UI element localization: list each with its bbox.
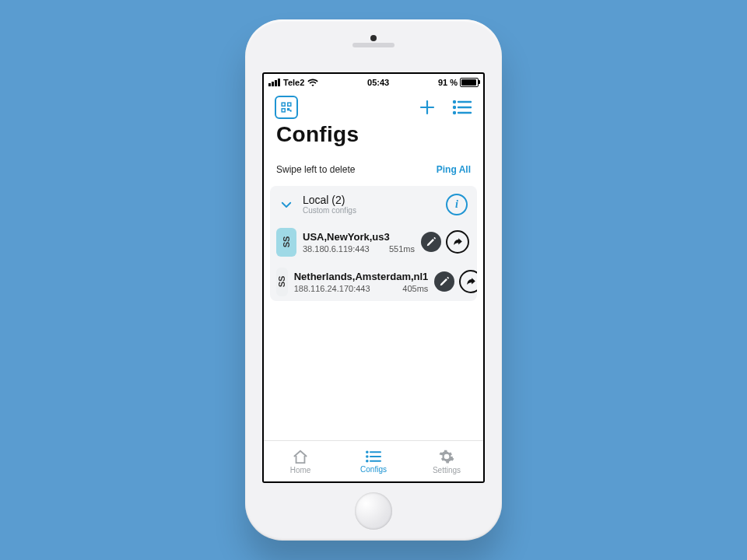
- pencil-icon: [439, 276, 450, 287]
- config-address: 188.116.24.170:443: [294, 284, 370, 293]
- group-subtitle: Custom configs: [303, 206, 356, 215]
- carrier-label: Tele2: [283, 78, 304, 87]
- tab-label: Settings: [433, 466, 461, 474]
- proto-badge: SS: [276, 228, 296, 257]
- page-title: Configs: [264, 121, 483, 155]
- add-button[interactable]: [418, 98, 437, 117]
- tab-home[interactable]: Home: [264, 441, 337, 481]
- edit-button[interactable]: [421, 232, 441, 252]
- group-name: Local (2): [303, 194, 356, 206]
- phone-speaker: [352, 43, 395, 47]
- clock: 05:43: [367, 78, 389, 87]
- battery-icon: [460, 78, 479, 87]
- config-ping: 551ms: [389, 244, 415, 254]
- home-icon: [292, 449, 309, 464]
- list-icon: [365, 450, 382, 464]
- config-body: USA,NewYork,us3 38.180.6.119:443 551ms: [301, 228, 416, 257]
- battery-percent: 91 %: [438, 78, 458, 87]
- phone-home-button[interactable]: [355, 492, 392, 530]
- row-actions: [421, 228, 471, 257]
- share-icon: [452, 236, 463, 247]
- proto-badge: SS: [276, 268, 288, 296]
- svg-point-3: [454, 101, 455, 103]
- chevron-down-icon: [279, 198, 293, 212]
- tab-label: Configs: [360, 465, 387, 474]
- swipe-hint: Swipe left to delete: [276, 164, 355, 175]
- phone-frame: Tele2 05:43 91 % Conf: [245, 19, 502, 541]
- tab-bar: Home Configs Settings: [264, 440, 483, 481]
- edit-button[interactable]: [434, 271, 454, 292]
- status-left: Tele2: [268, 78, 318, 87]
- svg-rect-2: [282, 109, 285, 112]
- scan-qr-button[interactable]: [275, 96, 298, 119]
- config-body: Netherlands,Amsterdam,nl1 188.116.24.170…: [293, 268, 430, 296]
- svg-rect-0: [282, 103, 285, 106]
- share-button[interactable]: [459, 270, 477, 293]
- svg-point-9: [366, 451, 368, 453]
- gear-icon: [439, 449, 454, 464]
- svg-point-13: [366, 460, 368, 461]
- row-actions: [434, 268, 477, 296]
- group-info-button[interactable]: i: [446, 194, 468, 215]
- tab-label: Home: [290, 466, 311, 474]
- config-ping: 405ms: [402, 284, 428, 293]
- phone-camera: [370, 35, 377, 41]
- wifi-icon: [307, 79, 318, 86]
- config-row[interactable]: SS Netherlands,Amsterdam,nl1 188.116.24.…: [270, 263, 477, 301]
- list-button[interactable]: [452, 99, 472, 116]
- config-address: 38.180.6.119:443: [303, 244, 370, 254]
- stage: Tele2 05:43 91 % Conf: [0, 0, 747, 560]
- svg-rect-1: [288, 103, 291, 106]
- ping-all-button[interactable]: Ping All: [437, 164, 471, 175]
- hint-row: Swipe left to delete Ping All: [264, 155, 483, 186]
- svg-point-11: [366, 456, 368, 457]
- config-name: USA,NewYork,us3: [303, 231, 415, 243]
- group-header[interactable]: Local (2) Custom configs i: [270, 186, 477, 223]
- config-group: Local (2) Custom configs i SS USA,NewYor…: [270, 186, 477, 301]
- status-right: 91 %: [438, 78, 479, 87]
- tab-configs[interactable]: Configs: [337, 441, 410, 481]
- nav-row: [264, 89, 483, 121]
- config-row[interactable]: SS USA,NewYork,us3 38.180.6.119:443 551m…: [270, 223, 477, 261]
- status-bar: Tele2 05:43 91 %: [264, 74, 483, 89]
- share-icon: [465, 276, 476, 287]
- app-screen: Tele2 05:43 91 % Conf: [262, 72, 485, 483]
- signal-icon: [268, 79, 280, 86]
- tab-settings[interactable]: Settings: [410, 441, 483, 481]
- config-name: Netherlands,Amsterdam,nl1: [294, 271, 429, 282]
- share-button[interactable]: [446, 230, 469, 254]
- svg-point-5: [454, 107, 455, 108]
- svg-point-7: [454, 112, 455, 114]
- pencil-icon: [426, 236, 437, 247]
- qr-icon: [281, 102, 292, 113]
